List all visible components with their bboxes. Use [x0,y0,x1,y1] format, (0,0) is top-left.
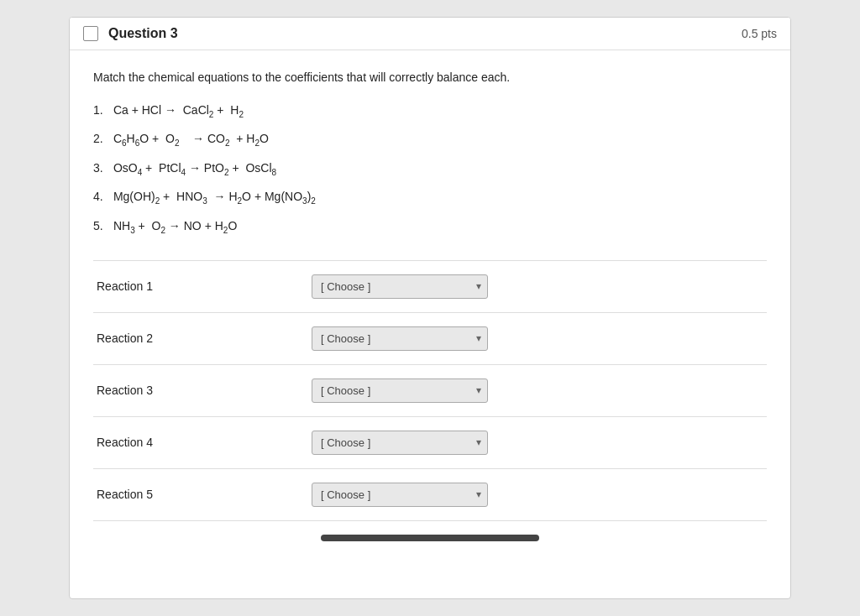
reaction-2-select[interactable]: [ Choose ] 1, 2, 1, 1 2, 15, 10, 6 1, 2,… [312,326,488,351]
reaction-2-select-wrapper: [ Choose ] 1, 2, 1, 1 2, 15, 10, 6 1, 2,… [312,326,488,351]
reaction-5-select[interactable]: [ Choose ] 1, 2, 1, 1 2, 15, 10, 6 1, 2,… [312,483,488,507]
equation-5: 5. NH3 + O2 → NO + H2O [93,217,767,235]
question-checkbox-icon [83,26,98,41]
reaction-row-2: Reaction 2 [ Choose ] 1, 2, 1, 1 2, 15, … [93,313,767,365]
reaction-5-label: Reaction 5 [93,488,312,501]
reactions-section: Reaction 1 [ Choose ] 1, 2, 1, 1 2, 15, … [93,260,767,521]
reaction-1-select[interactable]: [ Choose ] 1, 2, 1, 1 2, 15, 10, 6 1, 2,… [312,274,488,299]
reaction-row-3: Reaction 3 [ Choose ] 1, 2, 1, 1 2, 15, … [93,365,767,417]
equation-3: 3. OsO4 + PtCl4 → PtO2 + OsCl8 [93,159,767,177]
bottom-bar [321,535,539,541]
equation-4: 4. Mg(OH)2 + HNO3 → H2O + Mg(NO3)2 [93,187,767,206]
question-body: Match the chemical equations to the coef… [70,50,790,561]
reaction-row-5: Reaction 5 [ Choose ] 1, 2, 1, 1 2, 15, … [93,469,767,521]
reaction-3-select[interactable]: [ Choose ] 1, 2, 1, 1 2, 15, 10, 6 1, 2,… [312,378,488,403]
equations-list: 1. Ca + HCl → CaCl2 + H2 2. C6H6O + O2 →… [93,101,767,235]
reaction-5-select-wrapper: [ Choose ] 1, 2, 1, 1 2, 15, 10, 6 1, 2,… [312,483,488,507]
reaction-4-select-wrapper: [ Choose ] 1, 2, 1, 1 2, 15, 10, 6 1, 2,… [312,431,488,455]
reaction-1-label: Reaction 1 [93,279,312,293]
reaction-4-label: Reaction 4 [93,436,312,449]
reaction-row-4: Reaction 4 [ Choose ] 1, 2, 1, 1 2, 15, … [93,417,767,469]
question-header: Question 3 0.5 pts [70,18,790,50]
equation-1: 1. Ca + HCl → CaCl2 + H2 [93,101,767,119]
instruction-text: Match the chemical equations to the coef… [93,70,767,84]
question-title: Question 3 [108,26,178,41]
reaction-3-select-wrapper: [ Choose ] 1, 2, 1, 1 2, 15, 10, 6 1, 2,… [312,378,488,403]
page-wrapper: Question 3 0.5 pts Match the chemical eq… [0,0,860,616]
question-points: 0.5 pts [742,27,777,40]
question-header-left: Question 3 [83,26,178,41]
question-card: Question 3 0.5 pts Match the chemical eq… [69,17,791,599]
reaction-3-label: Reaction 3 [93,384,312,397]
reaction-row-1: Reaction 1 [ Choose ] 1, 2, 1, 1 2, 15, … [93,261,767,313]
reaction-1-select-wrapper: [ Choose ] 1, 2, 1, 1 2, 15, 10, 6 1, 2,… [312,274,488,299]
reaction-4-select[interactable]: [ Choose ] 1, 2, 1, 1 2, 15, 10, 6 1, 2,… [312,431,488,455]
equation-2: 2. C6H6O + O2 → CO2 + H2O [93,129,767,148]
reaction-2-label: Reaction 2 [93,331,312,345]
